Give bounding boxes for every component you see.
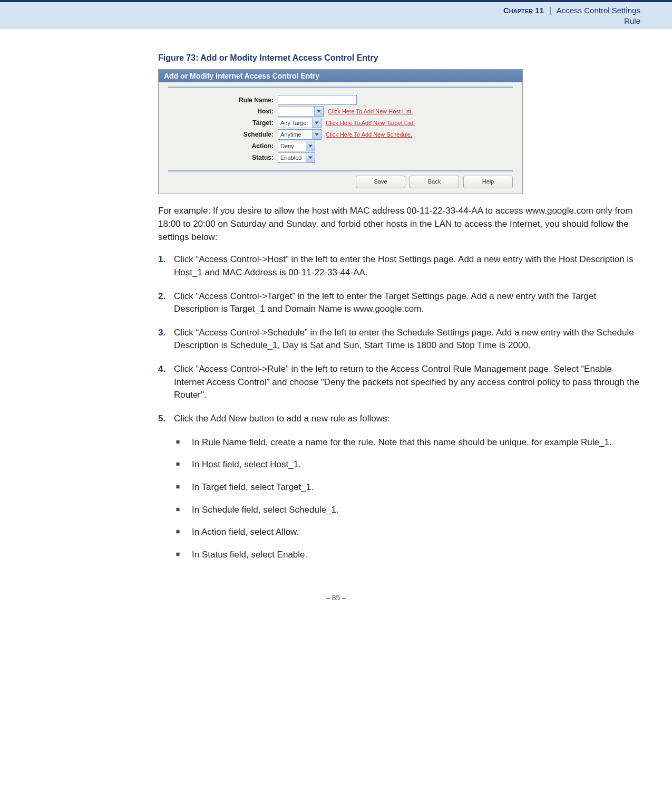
add-target-link[interactable]: Click Here To Add New Target List. bbox=[326, 120, 415, 126]
chevron-down-icon bbox=[306, 141, 315, 151]
action-select-value: Deny bbox=[278, 143, 306, 149]
back-button[interactable]: Back bbox=[410, 176, 459, 188]
target-select-value: Any Target bbox=[278, 120, 312, 126]
header-subtitle: Rule bbox=[0, 16, 640, 26]
list-item: ◾In Host field, select Host_1. bbox=[174, 458, 640, 472]
list-item: 5.Click the Add New button to add a new … bbox=[158, 412, 640, 426]
list-item: 4.Click “Access Control->Rule” in the le… bbox=[158, 363, 640, 402]
separator: | bbox=[549, 6, 551, 15]
target-select[interactable]: Any Target bbox=[278, 118, 322, 128]
steps-list: 1.Click “Access Control->Host” in the le… bbox=[158, 253, 640, 425]
list-item: ◾In Target field, select Target_1. bbox=[174, 481, 640, 494]
list-item: 1.Click “Access Control->Host” in the le… bbox=[158, 253, 640, 279]
host-select[interactable] bbox=[278, 106, 324, 117]
action-label: Action: bbox=[168, 142, 278, 150]
host-label: Host: bbox=[168, 108, 278, 115]
schedule-label: Schedule: bbox=[168, 131, 278, 138]
save-button[interactable]: Save bbox=[356, 176, 405, 188]
chevron-down-icon bbox=[312, 130, 321, 139]
chevron-down-icon bbox=[312, 118, 321, 128]
rule-name-label: Rule Name: bbox=[168, 97, 278, 104]
list-item: ◾In Status field, select Enable. bbox=[174, 549, 640, 562]
status-label: Status: bbox=[168, 154, 278, 161]
rule-name-input[interactable] bbox=[278, 95, 357, 105]
divider bbox=[168, 86, 513, 88]
list-item: ◾In Rule Name field, create a name for t… bbox=[174, 436, 640, 449]
add-schedule-link[interactable]: Click Here To Add New Schedule. bbox=[326, 131, 412, 138]
add-host-link[interactable]: Click Here To Add New Host List. bbox=[328, 108, 413, 114]
list-item: 2.Click “Access Control->Target” in the … bbox=[158, 290, 640, 316]
chevron-down-icon bbox=[306, 153, 315, 162]
page-number: – 85 – bbox=[0, 593, 672, 602]
action-select[interactable]: Deny bbox=[278, 141, 315, 151]
dialog-panel: Add or Modify Internet Access Control En… bbox=[158, 69, 523, 194]
page-header: Chapter 11 | Access Control Settings Rul… bbox=[0, 0, 672, 29]
list-item: ◾In Action field, select Allow. bbox=[174, 526, 640, 539]
dialog-title: Add or Modify Internet Access Control En… bbox=[159, 70, 522, 82]
figure-caption: Figure 73: Add or Modity Internet Access… bbox=[158, 53, 640, 63]
list-item: 3.Click “Access Control->Schedule” in th… bbox=[158, 326, 640, 352]
chevron-down-icon bbox=[314, 107, 323, 116]
divider bbox=[168, 170, 513, 171]
schedule-select-value: Anytime bbox=[278, 131, 312, 138]
sub-bullets: ◾In Rule Name field, create a name for t… bbox=[174, 436, 640, 562]
target-label: Target: bbox=[168, 119, 278, 127]
list-item: ◾In Schedule field, select Schedule_1. bbox=[174, 504, 640, 517]
example-intro: For example: If you desire to allow the … bbox=[158, 205, 640, 244]
help-button[interactable]: Help bbox=[463, 176, 513, 188]
schedule-select[interactable]: Anytime bbox=[278, 129, 322, 140]
status-select[interactable]: Enabled bbox=[278, 152, 315, 163]
header-title: Access Control Settings bbox=[557, 6, 640, 15]
status-select-value: Enabled bbox=[278, 155, 306, 161]
chapter-label: Chapter 11 bbox=[503, 6, 544, 15]
